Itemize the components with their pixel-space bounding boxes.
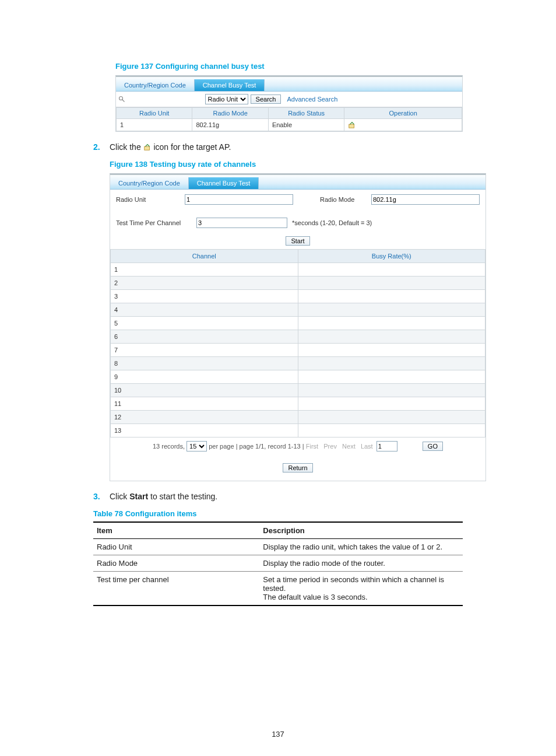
cell-busy-rate bbox=[298, 411, 485, 424]
col-operation: Operation bbox=[344, 108, 462, 119]
cell-busy-rate bbox=[298, 344, 485, 357]
tabbar: Country/Region Code Channel Busy Test bbox=[116, 77, 462, 92]
tab-country-region-code[interactable]: Country/Region Code bbox=[110, 177, 189, 189]
tab-country-region-code[interactable]: Country/Region Code bbox=[116, 79, 195, 91]
table-row: Radio ModeDisplay the radio mode of the … bbox=[93, 555, 463, 572]
radio-mode-label: Radio Mode bbox=[320, 196, 367, 203]
radio-unit-select[interactable]: Radio Unit bbox=[205, 94, 248, 104]
radio-unit-label: Radio Unit bbox=[116, 196, 180, 203]
step-3-text-after: to start the testing. bbox=[148, 492, 217, 501]
cell-item: Radio Unit bbox=[93, 539, 259, 555]
pager-prev[interactable]: Prev bbox=[323, 443, 337, 450]
search-toolbar: Radio Unit Search Advanced Search bbox=[116, 92, 462, 107]
cell-description: Display the radio mode of the router. bbox=[259, 555, 463, 572]
cell-unit: 1 bbox=[117, 119, 192, 131]
cell-item: Radio Mode bbox=[93, 555, 259, 572]
search-icon bbox=[118, 96, 125, 103]
col-channel: Channel bbox=[111, 250, 298, 263]
figure-137-caption: Figure 137 Configuring channel busy test bbox=[115, 62, 463, 71]
step-2-number: 2. bbox=[93, 142, 103, 481]
cell-operation bbox=[344, 119, 462, 131]
pager-suffix: per page | page 1/1, record 1-13 | bbox=[209, 443, 304, 450]
form-row-test-time: Test Time Per Channel *seconds (1-20, De… bbox=[110, 209, 485, 233]
advanced-search-link[interactable]: Advanced Search bbox=[287, 96, 337, 103]
cell-busy-rate bbox=[298, 276, 485, 290]
cell-busy-rate bbox=[298, 290, 485, 303]
start-button[interactable]: Start bbox=[286, 236, 309, 246]
cell-channel: 2 bbox=[111, 276, 298, 290]
table-78-caption: Table 78 Configuration items bbox=[93, 509, 463, 518]
table-row: 12 bbox=[111, 411, 485, 424]
cell-channel: 13 bbox=[111, 424, 298, 438]
cell-channel: 3 bbox=[111, 290, 298, 303]
per-page-select[interactable]: 15 bbox=[186, 441, 207, 452]
col-radio-mode: Radio Mode bbox=[192, 108, 268, 119]
cell-description: Display the radio unit, which takes the … bbox=[259, 539, 463, 555]
step-2-text-after: icon for the target AP. bbox=[153, 142, 231, 152]
table-row: 8 bbox=[111, 357, 485, 370]
form-row-radio: Radio Unit Radio Mode bbox=[110, 190, 485, 209]
go-button[interactable]: GO bbox=[423, 442, 443, 451]
table-row: 1 bbox=[111, 263, 485, 276]
cell-status: Enable bbox=[268, 119, 344, 131]
step-2-text-before: Click the bbox=[110, 142, 143, 152]
col-description: Description bbox=[259, 522, 463, 539]
cell-busy-rate bbox=[298, 357, 485, 370]
pager-last[interactable]: Last bbox=[361, 443, 373, 450]
col-radio-status: Radio Status bbox=[268, 108, 344, 119]
test-time-input[interactable] bbox=[196, 218, 287, 228]
radio-table: Radio Unit Radio Mode Radio Status Opera… bbox=[116, 107, 462, 131]
test-time-hint: *seconds (1-20, Default = 3) bbox=[292, 219, 372, 226]
cell-channel: 1 bbox=[111, 263, 298, 276]
table-row: 7 bbox=[111, 344, 485, 357]
pager-first[interactable]: First bbox=[306, 443, 318, 450]
table-row: Radio UnitDisplay the radio unit, which … bbox=[93, 539, 463, 555]
operation-icon[interactable] bbox=[348, 121, 356, 129]
search-button[interactable]: Search bbox=[251, 94, 281, 104]
col-busy-rate: Busy Rate(%) bbox=[298, 250, 485, 263]
cell-channel: 9 bbox=[111, 370, 298, 384]
cell-channel: 10 bbox=[111, 384, 298, 397]
step-3-text-before: Click bbox=[110, 492, 129, 501]
pager-page-input[interactable] bbox=[376, 441, 397, 452]
cell-busy-rate bbox=[298, 424, 485, 438]
table-row: 10 bbox=[111, 384, 485, 397]
cell-busy-rate bbox=[298, 303, 485, 317]
cell-channel: 12 bbox=[111, 411, 298, 424]
cell-busy-rate bbox=[298, 330, 485, 344]
page-number: 137 bbox=[0, 730, 556, 738]
col-radio-unit: Radio Unit bbox=[117, 108, 192, 119]
pager-next[interactable]: Next bbox=[342, 443, 356, 450]
cell-channel: 6 bbox=[111, 330, 298, 344]
table-row: 9 bbox=[111, 370, 485, 384]
cell-busy-rate bbox=[298, 317, 485, 330]
radio-unit-input[interactable] bbox=[185, 194, 293, 205]
cell-item: Test time per channel bbox=[93, 572, 259, 606]
table-row: 2 bbox=[111, 276, 485, 290]
table-row: 5 bbox=[111, 317, 485, 330]
radio-mode-input[interactable] bbox=[371, 194, 480, 205]
pager: 13 records, 15 per page | page 1/1, reco… bbox=[110, 438, 485, 455]
svg-rect-3 bbox=[144, 146, 149, 150]
step-3-bold: Start bbox=[129, 492, 148, 501]
cell-channel: 4 bbox=[111, 303, 298, 317]
table-row: 11 bbox=[111, 397, 485, 411]
cell-channel: 8 bbox=[111, 357, 298, 370]
channel-table: Channel Busy Rate(%) 12345678910111213 bbox=[110, 249, 485, 438]
table-row: 4 bbox=[111, 303, 485, 317]
cell-busy-rate bbox=[298, 263, 485, 276]
svg-rect-2 bbox=[349, 124, 354, 128]
pager-records: 13 records, bbox=[153, 443, 185, 450]
table-row: 3 bbox=[111, 290, 485, 303]
tabbar: Country/Region Code Channel Busy Test bbox=[110, 175, 485, 190]
svg-point-0 bbox=[119, 97, 123, 100]
return-button[interactable]: Return bbox=[283, 463, 312, 473]
step-3-number: 3. bbox=[93, 492, 103, 501]
figure-138-screenshot: Country/Region Code Channel Busy Test Ra… bbox=[110, 173, 486, 481]
cell-busy-rate bbox=[298, 370, 485, 384]
figure-137-screenshot: Country/Region Code Channel Busy Test Ra… bbox=[115, 75, 463, 132]
tab-channel-busy-test[interactable]: Channel Busy Test bbox=[195, 79, 265, 91]
cell-busy-rate bbox=[298, 384, 485, 397]
tab-channel-busy-test[interactable]: Channel Busy Test bbox=[189, 177, 259, 189]
operation-icon bbox=[143, 143, 152, 151]
